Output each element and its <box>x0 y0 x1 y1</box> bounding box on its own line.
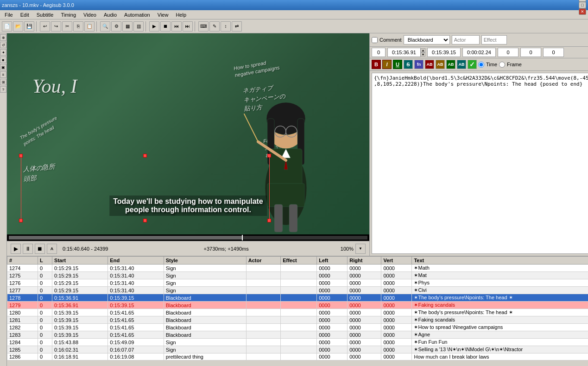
bold-button[interactable]: B <box>372 60 381 69</box>
table-row[interactable]: 128100:15:39.150:15:41.65Blackboard00000… <box>7 316 588 324</box>
zoom-dropdown[interactable]: ▼ <box>355 244 366 254</box>
table-cell: 1275 <box>7 272 38 279</box>
frame-radio[interactable] <box>499 62 505 68</box>
toolbar-subtitle1[interactable]: ⌨ <box>198 21 209 32</box>
ab4-button[interactable]: AB <box>457 60 466 69</box>
table-row[interactable]: 127800:15:36.910:15:39.15Blackboard00000… <box>7 294 588 302</box>
table-row[interactable]: 128300:15:39.150:15:41.65Blackboard00000… <box>7 331 588 339</box>
ab1-button[interactable]: AB <box>425 60 434 69</box>
toolbar-grid[interactable]: ▦ <box>122 21 133 32</box>
col-left: Left <box>317 257 348 265</box>
margin-v-field[interactable] <box>543 48 564 57</box>
table-cell: 0000 <box>381 339 412 346</box>
table-row[interactable]: 127600:15:29.150:15:31.40Sign00000000000… <box>7 279 588 287</box>
menu-item-timing[interactable]: Timing <box>57 11 80 19</box>
table-cell: 1274 <box>7 265 38 272</box>
toolbar-back[interactable]: ⏮ <box>171 21 182 32</box>
menu-item-view[interactable]: View <box>154 11 172 19</box>
start-time-field[interactable] <box>387 48 421 57</box>
margin-r-field[interactable] <box>520 48 541 57</box>
layer-field[interactable] <box>372 48 386 57</box>
selection-handle-bc[interactable] <box>143 219 147 222</box>
table-row[interactable]: 127900:15:36.910:15:39.15Blackboard00000… <box>7 302 588 309</box>
pause-frame-button[interactable]: ⏸ <box>23 244 33 254</box>
start-time-up[interactable]: ▲ <box>421 48 425 52</box>
table-cell: 1283 <box>7 331 38 339</box>
sidebar-icon-4[interactable]: ■ <box>0 57 6 63</box>
sidebar-icon-7[interactable]: ⊞ <box>0 79 6 85</box>
frame-radio-label: Frame <box>507 62 522 67</box>
selection-handle-tc[interactable] <box>143 154 147 158</box>
toolbar-subtitle3[interactable]: ↕ <box>221 21 231 32</box>
table-cell: 0000 <box>317 324 348 331</box>
sidebar-icon-5[interactable]: ▣ <box>0 64 6 70</box>
toolbar-redo[interactable]: ↪ <box>51 21 61 32</box>
toolbar-undo[interactable]: ↩ <box>40 21 50 32</box>
table-cell: Sign <box>164 279 246 287</box>
table-row[interactable]: 127400:15:29.150:15:31.40Sign00000000000… <box>7 265 588 272</box>
table-row[interactable]: 128500:16:02.310:16:07.07Sign00000000000… <box>7 346 588 353</box>
sidebar-icon-8[interactable]: ? <box>0 86 6 93</box>
table-row[interactable]: 128200:15:39.150:15:41.65Blackboard00000… <box>7 324 588 331</box>
sidebar-icon-3[interactable]: ✦ <box>0 49 6 56</box>
toolbar-grid2[interactable]: ▥ <box>133 21 144 32</box>
table-cell: 0:15:36.91 <box>52 294 108 302</box>
stop-button[interactable]: ⏹ <box>35 244 45 254</box>
time-radio[interactable] <box>478 62 484 68</box>
italic-button[interactable]: I <box>382 60 392 69</box>
menu-item-subtitle[interactable]: Subtitle <box>33 11 57 19</box>
table-row[interactable]: 128400:15:43.880:15:49.09Sign00000000000… <box>7 339 588 346</box>
table-row[interactable]: 128000:15:39.150:15:41.65Blackboard00000… <box>7 309 588 316</box>
toolbar-forward[interactable]: ⏭ <box>183 21 193 32</box>
selection-line-right <box>269 156 270 221</box>
table-cell: 0000 <box>348 353 381 360</box>
effect-field[interactable] <box>481 35 507 44</box>
ab2-button[interactable]: AB <box>436 60 445 69</box>
table-cell: 0 <box>38 294 52 302</box>
sidebar-icon-1[interactable]: ⊕ <box>0 34 6 41</box>
table-row[interactable]: 128600:16:18.910:16:19.08prettilecard th… <box>7 353 588 360</box>
toolbar-find[interactable]: 🔍 <box>100 21 110 32</box>
strikethrough-button[interactable]: S <box>404 60 413 69</box>
table-cell <box>246 309 280 316</box>
actor-field[interactable] <box>452 35 480 44</box>
table-row[interactable]: 127700:15:29.150:15:31.40Sign00000000000… <box>7 287 588 294</box>
style-dropdown[interactable]: Blackboard <box>404 35 450 44</box>
ab3-button[interactable]: AB <box>446 60 455 69</box>
menu-item-file[interactable]: File <box>1 11 17 19</box>
start-time-down[interactable]: ▼ <box>421 52 425 57</box>
menu-item-video[interactable]: Video <box>80 11 100 19</box>
check-button[interactable]: ✓ <box>468 60 477 69</box>
fn-button[interactable]: fn <box>414 60 424 69</box>
duration-field[interactable] <box>462 48 496 57</box>
toolbar-cut[interactable]: ✂ <box>62 21 72 32</box>
menu-item-audio[interactable]: Audio <box>100 11 120 19</box>
table-scroll-container[interactable]: # L Start End Style Actor Effect Left Ri… <box>7 256 588 366</box>
table-cell: Sign <box>164 287 246 294</box>
subtitle-text-area[interactable]: {\fn}JanieHmkBold{\bord1.5\3c&H2A332D&\c… <box>372 73 588 254</box>
toolbar-open[interactable]: 📂 <box>13 21 23 32</box>
toolbar-subtitle2[interactable]: ✎ <box>209 21 220 32</box>
close-button[interactable]: ✕ <box>579 8 586 15</box>
toolbar-new[interactable]: 📄 <box>2 21 12 32</box>
menu-item-help[interactable]: Help <box>172 11 190 19</box>
sidebar-icon-2[interactable]: ↺ <box>0 42 6 48</box>
toolbar-save[interactable]: 💾 <box>24 21 34 32</box>
toolbar-stop[interactable]: ⏹ <box>160 21 171 32</box>
underline-button[interactable]: U <box>393 60 402 69</box>
play-button[interactable]: ▶ <box>11 244 21 254</box>
toolbar-copy[interactable]: ⎘ <box>73 21 83 32</box>
table-row[interactable]: 127500:15:29.150:15:31.40Sign00000000000… <box>7 272 588 279</box>
toolbar-play[interactable]: ▶ <box>149 21 159 32</box>
toolbar-paste[interactable]: 📋 <box>84 21 95 32</box>
menu-item-automation[interactable]: Automation <box>120 11 154 19</box>
end-time-field[interactable] <box>427 48 461 57</box>
sidebar-icon-6[interactable]: ≡ <box>0 71 6 78</box>
comment-checkbox[interactable] <box>372 37 378 43</box>
menu-item-edit[interactable]: Edit <box>17 11 33 19</box>
auto-button[interactable]: A <box>47 244 57 254</box>
maximize-button[interactable]: □ <box>579 2 586 8</box>
margin-l-field[interactable] <box>498 48 518 57</box>
toolbar-settings[interactable]: ⚙ <box>111 21 121 32</box>
toolbar-subtitle4[interactable]: ⇄ <box>232 21 242 32</box>
